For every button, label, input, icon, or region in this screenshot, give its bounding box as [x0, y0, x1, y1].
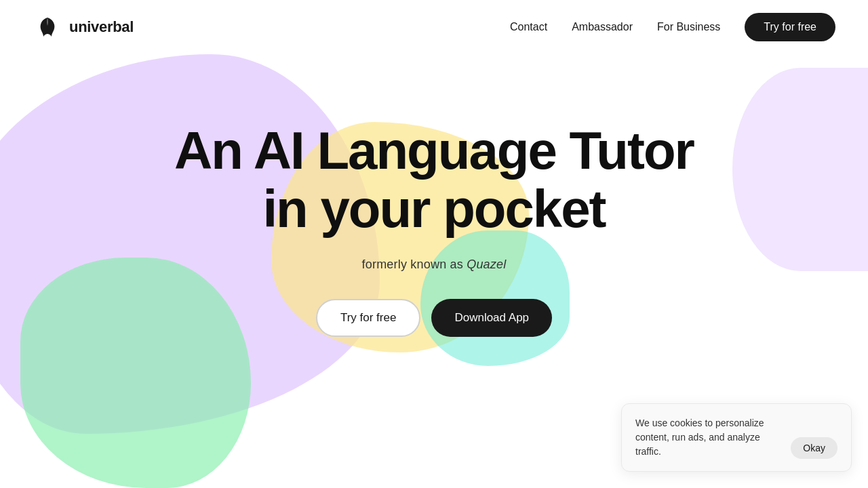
navbar: univerbal Contact Ambassador For Busines… — [0, 0, 868, 54]
brand-quazel: Quazel — [467, 258, 506, 271]
nav-ambassador[interactable]: Ambassador — [572, 21, 633, 33]
hero-try-free-button[interactable]: Try for free — [316, 299, 421, 337]
brand-name: univerbal — [69, 18, 134, 36]
hero-download-app-button[interactable]: Download App — [431, 299, 552, 337]
hero-subtitle: formerly known as Quazel — [362, 258, 507, 272]
hero-buttons: Try for free Download App — [316, 299, 552, 337]
hero-section: An AI Language Tutor in your pocket form… — [0, 54, 868, 337]
logo-area[interactable]: univerbal — [33, 12, 134, 42]
cookie-banner: We use cookies to personalize content, r… — [621, 403, 852, 472]
hero-title-line2: in your pocket — [262, 179, 605, 239]
hero-title-line1: An AI Language Tutor — [174, 121, 694, 180]
formerly-prefix: formerly known as — [362, 258, 463, 271]
nav-for-business[interactable]: For Business — [657, 21, 720, 33]
nav-contact[interactable]: Contact — [510, 21, 547, 33]
nav-try-free-button[interactable]: Try for free — [745, 13, 835, 41]
logo-icon — [33, 12, 62, 42]
hero-title: An AI Language Tutor in your pocket — [174, 122, 694, 239]
nav-links: Contact Ambassador For Business Try for … — [510, 13, 835, 41]
cookie-message: We use cookies to personalize content, r… — [635, 416, 780, 459]
cookie-okay-button[interactable]: Okay — [791, 437, 837, 459]
